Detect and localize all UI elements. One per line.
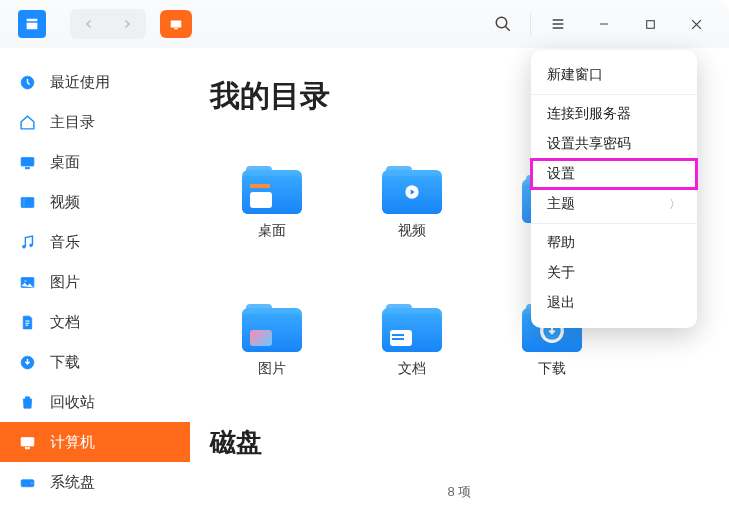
svg-point-9 [23, 201, 24, 202]
svg-rect-17 [25, 447, 29, 448]
sidebar-item-trash[interactable]: 回收站 [0, 382, 190, 422]
sidebar-item-recent[interactable]: 最近使用 [0, 62, 190, 102]
sidebar-item-label: 主目录 [50, 113, 95, 132]
pictures-icon [18, 273, 36, 291]
menu-item-new-window[interactable]: 新建窗口 [531, 60, 697, 90]
music-icon [18, 233, 36, 251]
location-button[interactable] [160, 10, 192, 38]
nav-buttons [70, 9, 146, 39]
close-button[interactable] [673, 0, 719, 48]
tile-label: 桌面 [258, 222, 286, 240]
sidebar-item-music[interactable]: 音乐 [0, 222, 190, 262]
sidebar-item-label: 图片 [50, 273, 80, 292]
sidebar-item-downloads[interactable]: 下载 [0, 342, 190, 382]
svg-rect-16 [21, 437, 34, 446]
menu-item-label: 新建窗口 [547, 66, 603, 84]
sidebar-item-label: 音乐 [50, 233, 80, 252]
sidebar-item-system-disk[interactable]: 系统盘 [0, 462, 190, 502]
hamburger-menu-button[interactable] [535, 0, 581, 48]
svg-point-8 [23, 198, 24, 199]
tile-label: 视频 [398, 222, 426, 240]
sidebar-item-label: 文档 [50, 313, 80, 332]
menu-separator [531, 223, 697, 224]
menu-item-label: 退出 [547, 294, 575, 312]
menu-item-share-password[interactable]: 设置共享密码 [531, 129, 697, 159]
sidebar-item-label: 最近使用 [50, 73, 110, 92]
svg-point-19 [31, 482, 32, 483]
svg-point-11 [22, 245, 25, 248]
svg-point-10 [23, 204, 24, 205]
forward-button[interactable] [111, 12, 143, 36]
app-logo [18, 10, 46, 38]
menu-item-label: 设置 [547, 165, 575, 183]
svg-rect-0 [171, 21, 182, 28]
sidebar-item-dvd[interactable]: DVD-ROM 驱…▲ [0, 502, 190, 507]
search-button[interactable] [480, 0, 526, 48]
divider [530, 13, 531, 35]
svg-rect-6 [25, 167, 29, 168]
folder-tile-documents[interactable]: 文档 [350, 281, 474, 401]
tile-label: 文档 [398, 360, 426, 378]
sidebar-item-home[interactable]: 主目录 [0, 102, 190, 142]
sidebar-item-label: 桌面 [50, 153, 80, 172]
maximize-button[interactable] [627, 0, 673, 48]
section-heading-disks: 磁盘 [210, 425, 729, 460]
titlebar [0, 0, 729, 48]
home-icon [18, 113, 36, 131]
sidebar-item-label: 计算机 [50, 433, 95, 452]
videos-icon [18, 193, 36, 211]
sidebar-item-computer[interactable]: 计算机 [0, 422, 190, 462]
sidebar: 最近使用主目录桌面视频音乐图片文档下载回收站计算机系统盘DVD-ROM 驱…▲ [0, 48, 190, 507]
svg-point-14 [24, 280, 26, 282]
context-menu: 新建窗口连接到服务器设置共享密码设置主题〉帮助关于退出 [531, 50, 697, 328]
tile-label: 下载 [538, 360, 566, 378]
menu-item-help[interactable]: 帮助 [531, 228, 697, 258]
menu-item-connect-server[interactable]: 连接到服务器 [531, 99, 697, 129]
menu-item-theme[interactable]: 主题〉 [531, 189, 697, 219]
sidebar-item-pictures[interactable]: 图片 [0, 262, 190, 302]
menu-separator [531, 94, 697, 95]
svg-rect-3 [646, 20, 654, 28]
menu-item-label: 设置共享密码 [547, 135, 631, 153]
sidebar-item-videos[interactable]: 视频 [0, 182, 190, 222]
minimize-button[interactable] [581, 0, 627, 48]
folder-tile-desktop[interactable]: 桌面 [210, 143, 334, 263]
folder-icon [382, 166, 442, 214]
menu-item-settings[interactable]: 设置 [531, 159, 697, 189]
sidebar-item-label: 系统盘 [50, 473, 95, 492]
svg-rect-5 [21, 157, 34, 166]
recent-icon [18, 73, 36, 91]
desktop-icon [18, 153, 36, 171]
menu-item-about[interactable]: 关于 [531, 258, 697, 288]
system-disk-icon [18, 473, 36, 491]
back-button[interactable] [73, 12, 105, 36]
folder-icon [242, 304, 302, 352]
svg-point-12 [29, 243, 32, 246]
documents-icon [18, 313, 36, 331]
status-bar: 8 项 [190, 483, 729, 501]
menu-item-label: 连接到服务器 [547, 105, 631, 123]
folder-icon [382, 304, 442, 352]
menu-item-label: 主题 [547, 195, 575, 213]
sidebar-item-label: 下载 [50, 353, 80, 372]
computer-icon [18, 433, 36, 451]
menu-item-exit[interactable]: 退出 [531, 288, 697, 318]
folder-icon [242, 166, 302, 214]
folder-tile-pictures[interactable]: 图片 [210, 281, 334, 401]
sidebar-item-documents[interactable]: 文档 [0, 302, 190, 342]
svg-rect-1 [174, 28, 178, 29]
sidebar-item-desktop[interactable]: 桌面 [0, 142, 190, 182]
svg-point-2 [496, 17, 507, 28]
sidebar-item-label: 回收站 [50, 393, 95, 412]
downloads-icon [18, 353, 36, 371]
tile-label: 图片 [258, 360, 286, 378]
trash-icon [18, 393, 36, 411]
menu-item-label: 关于 [547, 264, 575, 282]
menu-item-label: 帮助 [547, 234, 575, 252]
folder-tile-videos[interactable]: 视频 [350, 143, 474, 263]
chevron-right-icon: 〉 [669, 196, 681, 213]
sidebar-item-label: 视频 [50, 193, 80, 212]
